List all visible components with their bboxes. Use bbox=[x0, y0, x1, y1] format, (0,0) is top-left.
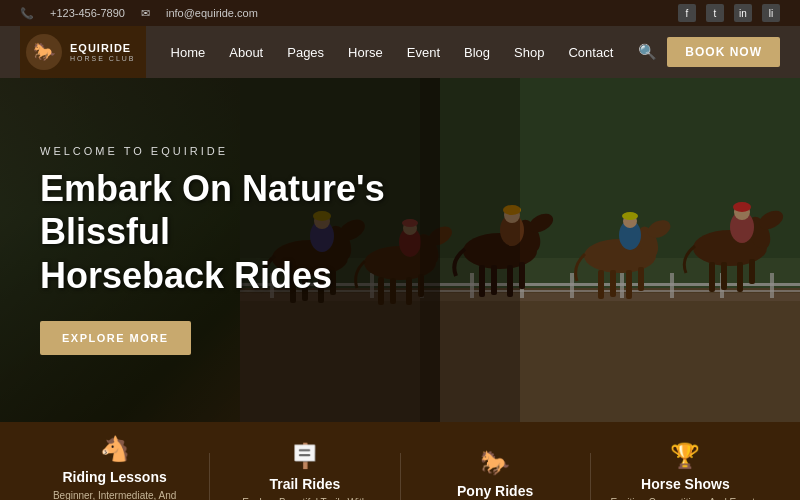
top-bar-social: f t in li bbox=[678, 4, 780, 22]
pony-rides-icon: 🐎 bbox=[480, 449, 510, 477]
service-horse-shows: 🏆 Horse Shows Exciting Competitions And … bbox=[591, 442, 780, 500]
nav-horse[interactable]: Horse bbox=[338, 39, 393, 66]
email-icon: ✉ bbox=[141, 7, 150, 20]
pony-rides-title: Pony Rides bbox=[457, 483, 533, 499]
nav-pages[interactable]: Pages bbox=[277, 39, 334, 66]
logo-subtitle: HORSE CLUB bbox=[70, 55, 136, 62]
explore-button[interactable]: EXPLORE MORE bbox=[40, 321, 191, 355]
nav-blog[interactable]: Blog bbox=[454, 39, 500, 66]
logo-text-area: EQUIRIDE HORSE CLUB bbox=[70, 42, 136, 62]
email-link[interactable]: info@equiride.com bbox=[166, 7, 258, 19]
horse-shows-desc: Exciting Competitions And EventsShowcasi… bbox=[611, 496, 761, 500]
nav-home[interactable]: Home bbox=[161, 39, 216, 66]
riding-lessons-desc: Beginner, Intermediate, And AdvancedClas… bbox=[30, 489, 199, 500]
trail-rides-icon: 🪧 bbox=[290, 442, 320, 470]
nav-event[interactable]: Event bbox=[397, 39, 450, 66]
top-bar: 📞 +123-456-7890 ✉ info@equiride.com f t … bbox=[0, 0, 800, 26]
riding-lessons-title: Riding Lessons bbox=[63, 469, 167, 485]
service-riding-lessons: 🐴 Riding Lessons Beginner, Intermediate,… bbox=[20, 435, 209, 500]
service-pony-rides: 🐎 Pony Rides Fun And Safe Pony Rides For… bbox=[401, 449, 590, 500]
book-now-button[interactable]: BOOK NOW bbox=[667, 37, 780, 67]
logo-name: EQUIRIDE bbox=[70, 42, 136, 55]
trail-rides-title: Trail Rides bbox=[269, 476, 340, 492]
nav-shop[interactable]: Shop bbox=[504, 39, 554, 66]
riding-lessons-icon: 🐴 bbox=[100, 435, 130, 463]
linkedin-icon[interactable]: li bbox=[762, 4, 780, 22]
facebook-icon[interactable]: f bbox=[678, 4, 696, 22]
hero-content: WELCOME TO EQUIRIDE Embark On Nature's B… bbox=[0, 115, 500, 385]
nav-links: Home About Pages Horse Event Blog Shop C… bbox=[161, 39, 624, 66]
search-icon[interactable]: 🔍 bbox=[638, 43, 657, 61]
nav-contact[interactable]: Contact bbox=[558, 39, 623, 66]
nav-about[interactable]: About bbox=[219, 39, 273, 66]
phone-link[interactable]: +123-456-7890 bbox=[50, 7, 125, 19]
top-bar-contact: 📞 +123-456-7890 ✉ info@equiride.com bbox=[20, 7, 258, 20]
navbar: 🐎 EQUIRIDE HORSE CLUB Home About Pages H… bbox=[0, 26, 800, 78]
services-bar: 🐴 Riding Lessons Beginner, Intermediate,… bbox=[0, 422, 800, 500]
hero-subtitle: WELCOME TO EQUIRIDE bbox=[40, 145, 460, 157]
service-trail-rides: 🪧 Trail Rides Explore Beautiful Trails W… bbox=[210, 442, 399, 500]
horse-shows-title: Horse Shows bbox=[641, 476, 730, 492]
hero-section: WELCOME TO EQUIRIDE Embark On Nature's B… bbox=[0, 78, 800, 422]
phone-icon: 📞 bbox=[20, 7, 34, 20]
instagram-icon[interactable]: in bbox=[734, 4, 752, 22]
logo[interactable]: 🐎 EQUIRIDE HORSE CLUB bbox=[20, 26, 146, 78]
hero-title: Embark On Nature's BlissfulHorseback Rid… bbox=[40, 167, 460, 297]
twitter-icon[interactable]: t bbox=[706, 4, 724, 22]
horse-shows-icon: 🏆 bbox=[670, 442, 700, 470]
logo-icon: 🐎 bbox=[26, 34, 62, 70]
nav-right: 🔍 BOOK NOW bbox=[638, 37, 780, 67]
trail-rides-desc: Explore Beautiful Trails WithExperienced… bbox=[242, 496, 367, 500]
